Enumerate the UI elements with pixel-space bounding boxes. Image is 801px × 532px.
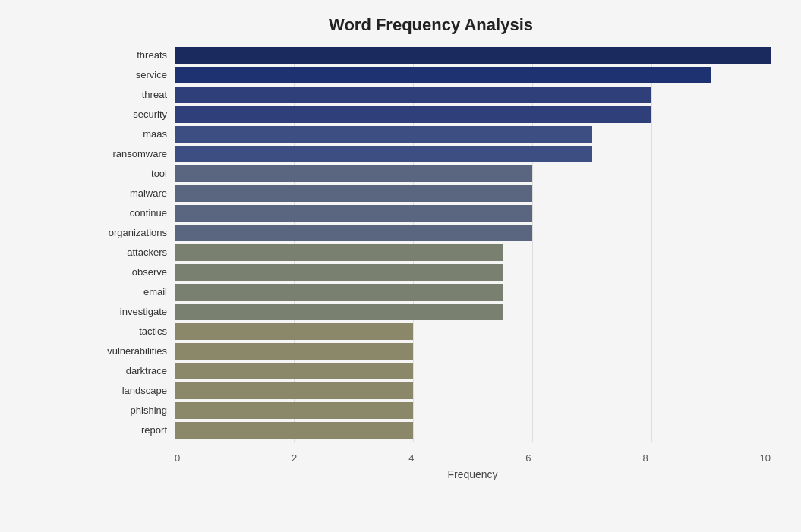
bar-label: tool — [91, 165, 175, 182]
bar-fill — [175, 323, 413, 340]
bar-fill — [175, 185, 532, 202]
bar-row — [175, 67, 771, 83]
bar-row — [175, 87, 771, 103]
bar-row — [175, 165, 771, 182]
bar-fill — [175, 402, 413, 419]
bar-row — [175, 304, 771, 320]
bar-fill — [175, 67, 711, 83]
bar-label: ransomware — [91, 146, 175, 162]
x-axis-tick-label: 10 — [759, 452, 770, 464]
bar-fill — [175, 106, 651, 123]
bar-row — [175, 402, 771, 419]
x-axis-tick-label: 2 — [292, 452, 297, 464]
bar-row — [175, 343, 771, 360]
bar-row — [175, 106, 771, 123]
bar-row — [175, 185, 771, 202]
bar-row — [175, 264, 771, 281]
chart-title: Word Frequency Analysis — [91, 15, 771, 35]
x-axis-tick-label: 6 — [525, 452, 531, 464]
bar-row — [175, 323, 771, 340]
bar-fill — [175, 264, 503, 281]
bar-fill — [175, 244, 503, 261]
x-axis-tick-label: 4 — [408, 452, 414, 464]
bar-fill — [175, 146, 592, 162]
bar-fill — [175, 422, 413, 439]
bar-fill — [175, 304, 503, 320]
bar-row — [175, 47, 771, 64]
bar-label: darktrace — [91, 363, 175, 379]
bar-row — [175, 382, 771, 399]
bar-label: investigate — [91, 304, 175, 320]
bar-row — [175, 244, 771, 261]
bar-fill — [175, 363, 413, 379]
bar-fill — [175, 343, 413, 360]
bar-fill — [175, 47, 771, 64]
bar-fill — [175, 165, 532, 182]
x-axis-tick-label: 0 — [175, 452, 180, 464]
bar-label: email — [91, 284, 175, 301]
bar-label: threats — [91, 47, 175, 64]
bar-label: phishing — [91, 402, 175, 419]
bar-label: security — [91, 106, 175, 123]
bar-fill — [175, 382, 413, 399]
bar-label: attackers — [91, 244, 175, 261]
bar-label: malware — [91, 185, 175, 202]
bar-label: report — [91, 422, 175, 439]
bar-label: maas — [91, 126, 175, 143]
bar-row — [175, 146, 771, 162]
chart-container: Word Frequency Analysis threatsserviceth… — [0, 0, 801, 532]
bar-label: vulnerabilities — [91, 343, 175, 360]
bar-fill — [175, 126, 592, 143]
bar-row — [175, 422, 771, 439]
bar-fill — [175, 225, 532, 241]
bar-label: observe — [91, 264, 175, 281]
chart-inner: threatsservicethreatsecuritymaasransomwa… — [91, 47, 771, 449]
bar-fill — [175, 284, 503, 301]
bar-label: threat — [91, 87, 175, 103]
bar-row — [175, 205, 771, 222]
bar-row — [175, 126, 771, 143]
bar-row — [175, 363, 771, 379]
x-axis-tick-label: 8 — [642, 452, 648, 464]
bar-fill — [175, 87, 651, 103]
bar-label: service — [91, 67, 175, 83]
bar-fill — [175, 205, 532, 222]
bar-label: tactics — [91, 323, 175, 340]
bar-row — [175, 225, 771, 241]
bar-label: continue — [91, 205, 175, 222]
bar-row — [175, 284, 771, 301]
bar-label: landscape — [91, 382, 175, 399]
x-axis-title: Frequency — [175, 468, 771, 480]
bar-label: organizations — [91, 225, 175, 241]
